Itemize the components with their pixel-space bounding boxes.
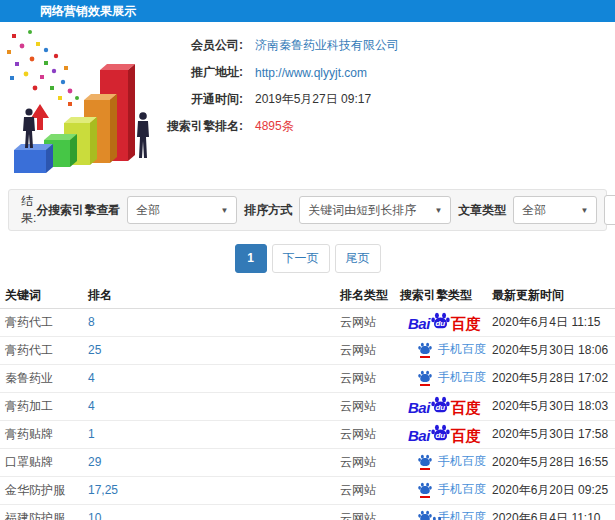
baidu-paw-icon: du xyxy=(431,396,450,417)
table-row: 福建防护服10云网站 手机百度2020年6月4日 11:10 xyxy=(0,504,615,520)
rank-link[interactable]: 29 xyxy=(88,455,101,469)
table-row: 金华防护服17,25云网站 手机百度2020年6月20日 09:25 xyxy=(0,476,615,504)
article-type-value: 全部 xyxy=(522,202,546,219)
page-title: 网络营销效果展示 xyxy=(40,4,136,18)
baidu-mobile-paw-icon xyxy=(418,454,432,468)
rank-type-cell: 云网站 xyxy=(335,420,395,448)
keyword-cell: 金华防护服 xyxy=(0,476,83,504)
sort-filter-label: 排序方式 xyxy=(244,202,292,219)
engine-type-cell: 手机百度 xyxy=(395,476,487,504)
rank-link[interactable]: 1 xyxy=(88,427,95,441)
sort-select-value: 关键词由短到长排序 xyxy=(308,202,416,219)
engine-rank-label: 搜索引擎排名: xyxy=(0,118,243,135)
rank-link[interactable]: 4 xyxy=(88,399,95,413)
baidu-mobile-label: 手机百度 xyxy=(438,453,486,470)
engine-rank-row: 搜索引擎排名: 4895条 xyxy=(0,113,615,140)
table-header-row: 关键词 排名 排名类型 搜索引擎类型 最新更新时间 xyxy=(0,283,615,308)
updated-time-cell: 2020年6月20日 09:25 xyxy=(487,476,615,504)
table-row: 膏药加工4云网站 Bai du 百度2020年5月30日 18:03 xyxy=(0,392,615,420)
filter-bar: 结果: 分搜索引擎查看 全部 ▼ 排序方式 关键词由短到长排序 ▼ 文章类型 全… xyxy=(8,189,607,231)
rank-type-cell: 云网站 xyxy=(335,476,395,504)
submit-button[interactable]: 提交 xyxy=(604,195,615,225)
rank-type-cell: 云网站 xyxy=(335,448,395,476)
partial-next-row xyxy=(430,516,444,520)
rank-cell: 10 xyxy=(83,504,335,520)
table-row: 膏药代工8云网站 Bai du 百度2020年6月4日 11:15 xyxy=(0,308,615,336)
baidu-pc-logo: Bai du 百度 xyxy=(408,396,481,415)
baidu-pc-logo: Bai du 百度 xyxy=(408,312,481,331)
promo-url-row: 推广地址: http://www.qlyyjt.com xyxy=(0,59,615,86)
baidu-mobile-label: 手机百度 xyxy=(438,369,486,386)
updated-time-cell: 2020年6月4日 11:10 xyxy=(487,504,615,520)
baidu-mobile-logo: 手机百度 xyxy=(418,341,486,358)
company-row: 会员公司: 济南秦鲁药业科技有限公司 xyxy=(0,32,615,59)
rank-cell: 8 xyxy=(83,308,335,336)
header-updated: 最新更新时间 xyxy=(487,283,615,308)
promo-url-label: 推广地址: xyxy=(0,64,243,81)
promo-url-link[interactable]: http://www.qlyyjt.com xyxy=(255,66,367,80)
updated-time-cell: 2020年5月30日 18:06 xyxy=(487,336,615,364)
updated-time-cell: 2020年6月4日 11:15 xyxy=(487,308,615,336)
rank-cell: 25 xyxy=(83,336,335,364)
baidu-paw-icon: du xyxy=(431,312,450,333)
baidu-pc-logo: Bai du 百度 xyxy=(408,424,481,443)
company-link[interactable]: 济南秦鲁药业科技有限公司 xyxy=(255,37,399,54)
last-page-button[interactable]: 尾页 xyxy=(335,244,381,273)
table-row: 膏药代工25云网站 手机百度2020年5月30日 18:06 xyxy=(0,336,615,364)
pagination: 1 下一页 尾页 xyxy=(0,244,615,273)
rank-link[interactable]: 4 xyxy=(88,371,95,385)
page-1-button[interactable]: 1 xyxy=(235,244,267,273)
rank-link[interactable]: 8 xyxy=(88,315,95,329)
rank-cell: 4 xyxy=(83,364,335,392)
baidu-mobile-label: 手机百度 xyxy=(438,481,486,498)
updated-time-cell: 2020年5月28日 17:02 xyxy=(487,364,615,392)
page-title-bar: 网络营销效果展示 xyxy=(0,0,615,22)
member-info-rows: 会员公司: 济南秦鲁药业科技有限公司 推广地址: http://www.qlyy… xyxy=(0,32,615,140)
opened-time-label: 开通时间: xyxy=(0,91,243,108)
header-rank-type: 排名类型 xyxy=(335,283,395,308)
header-rank: 排名 xyxy=(83,283,335,308)
keyword-cell: 膏药代工 xyxy=(0,336,83,364)
rank-type-cell: 云网站 xyxy=(335,364,395,392)
keyword-cell: 秦鲁药业 xyxy=(0,364,83,392)
baidu-mobile-logo: 手机百度 xyxy=(418,509,486,520)
updated-time-cell: 2020年5月30日 17:58 xyxy=(487,420,615,448)
header-engine-type: 搜索引擎类型 xyxy=(395,283,487,308)
keyword-cell: 福建防护服 xyxy=(0,504,83,520)
table-row: 膏药贴牌1云网站 Bai du 百度2020年5月30日 17:58 xyxy=(0,420,615,448)
result-label: 结果: xyxy=(21,193,36,227)
next-page-button[interactable]: 下一页 xyxy=(272,244,330,273)
rank-link[interactable]: 25 xyxy=(88,343,101,357)
chevron-down-icon: ▼ xyxy=(212,206,228,215)
table-row: 口罩贴牌29云网站 手机百度2020年5月28日 16:55 xyxy=(0,448,615,476)
filter-controls: 分搜索引擎查看 全部 ▼ 排序方式 关键词由短到长排序 ▼ 文章类型 全部 ▼ … xyxy=(36,195,615,225)
engine-select-value: 全部 xyxy=(136,202,160,219)
company-label: 会员公司: xyxy=(0,37,243,54)
engine-type-cell: 手机百度 xyxy=(395,364,487,392)
baidu-mobile-label: 手机百度 xyxy=(438,341,486,358)
rank-link[interactable]: 10 xyxy=(88,511,101,520)
sort-select[interactable]: 关键词由短到长排序 ▼ xyxy=(299,196,451,224)
rank-cell: 29 xyxy=(83,448,335,476)
chevron-down-icon: ▼ xyxy=(426,206,442,215)
opened-time-row: 开通时间: 2019年5月27日 09:17 xyxy=(0,86,615,113)
baidu-mobile-label: 手机百度 xyxy=(438,509,486,520)
table-row: 秦鲁药业4云网站 手机百度2020年5月28日 17:02 xyxy=(0,364,615,392)
opened-time-value: 2019年5月27日 09:17 xyxy=(255,91,371,108)
keyword-cell: 膏药贴牌 xyxy=(0,420,83,448)
rank-link[interactable]: 17,25 xyxy=(88,483,118,497)
baidu-mobile-logo: 手机百度 xyxy=(418,481,486,498)
baidu-mobile-paw-icon xyxy=(430,516,444,520)
article-type-select[interactable]: 全部 ▼ xyxy=(513,196,597,224)
engine-select[interactable]: 全部 ▼ xyxy=(127,196,237,224)
keyword-cell: 口罩贴牌 xyxy=(0,448,83,476)
rank-cell: 17,25 xyxy=(83,476,335,504)
engine-rank-count: 4895条 xyxy=(255,118,294,135)
baidu-mobile-logo: 手机百度 xyxy=(418,453,486,470)
baidu-mobile-paw-icon xyxy=(418,370,432,384)
engine-type-cell: Bai du 百度 xyxy=(395,308,487,336)
keyword-ranking-table: 关键词 排名 排名类型 搜索引擎类型 最新更新时间 膏药代工8云网站 Bai d… xyxy=(0,283,615,520)
baidu-mobile-logo: 手机百度 xyxy=(418,369,486,386)
engine-type-cell: 手机百度 xyxy=(395,448,487,476)
updated-time-cell: 2020年5月30日 18:03 xyxy=(487,392,615,420)
